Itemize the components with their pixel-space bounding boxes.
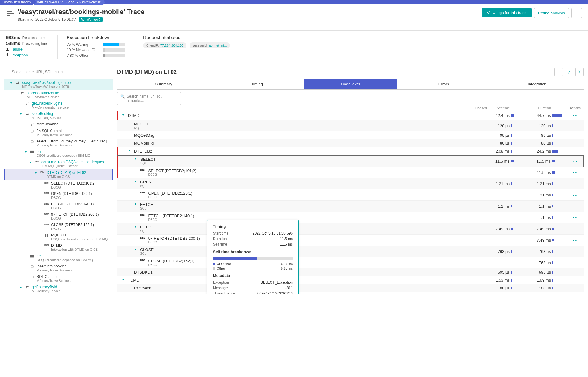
code-row-17[interactable]: CCCheck100 µs100 µs	[117, 284, 584, 292]
tree-row-2[interactable]: ⇄getEnabledPluginsMF ConfigurationServic…	[4, 100, 113, 110]
code-row-8[interactable]: DB2OPEN (DTETDB2;120;1)DBCG1.21 ms⋯	[117, 189, 584, 201]
tree-row-13[interactable]: DB29× FETCH (DTETDB2;200;1)DBCG	[4, 211, 113, 221]
code-row-4[interactable]: ▾DTETDB22.08 ms24.2 ms	[117, 147, 584, 155]
tree-row-1[interactable]: ▾⇄storeBookingMobileMF EasytravelService	[4, 90, 113, 100]
tree-subtitle: MF easyTravelBusiness	[37, 143, 111, 147]
refine-analysis-button[interactable]: Refine analysis	[534, 8, 569, 18]
view-logs-button[interactable]: View logs for this trace	[482, 8, 532, 17]
code-row-10[interactable]: DB2FETCH (DTETDB2;140;1)DBCG1.1 ms⋯	[117, 212, 584, 223]
code-row-12[interactable]: DB29× FETCH (DTETDB2;200;1)DBCG7.49 ms⋯	[117, 235, 584, 246]
tab-errors[interactable]: Errors	[397, 79, 490, 89]
tab-timing[interactable]: Timing	[210, 79, 303, 89]
tree-row-4[interactable]: ⇄store-booking	[4, 121, 113, 127]
tab-integration[interactable]: Integration	[491, 79, 584, 89]
tree-row-10[interactable]: DB2SELECT (DTETDB2;101;2)DBCG	[4, 180, 113, 190]
code-row-0[interactable]: ▾DTMD12.4 ms44.7 ms⋯	[117, 111, 584, 120]
chevron-icon[interactable]: ▾	[135, 247, 138, 251]
code-row-6[interactable]: DB2SELECT (DTETDB2;101;2)DBCG11.5 ms⋯	[117, 167, 584, 178]
popover-selftime-header: Self time breakdown	[213, 250, 293, 254]
failure-link[interactable]: Failure	[10, 47, 23, 52]
tree-row-17[interactable]: ▮▮getCSQ8.creditcardresponse on IBM MQ	[4, 253, 113, 263]
crumb-trace-id[interactable]: b4f671764a062905baa0763d7e62be08	[34, 0, 105, 5]
detail-close-button[interactable]: ✕	[575, 68, 584, 76]
code-row-7[interactable]: ▾OPENSQL1.21 ms1.21 ms	[117, 178, 584, 189]
ibm-icon: IBM	[39, 171, 45, 174]
tree-row-0[interactable]: ▾⇄/easytravel/rest/bookings-mobileMF Eas…	[4, 79, 113, 90]
row-actions-button[interactable]: ⋯	[569, 237, 581, 243]
code-row-9[interactable]: ▾FETCHSQL1.1 ms1.1 ms	[117, 201, 584, 212]
row-actions-button[interactable]: ⋯	[569, 260, 581, 266]
chevron-icon[interactable]: ▾	[30, 160, 34, 164]
code-row-2[interactable]: MQGetMsg98 µs98 µs	[117, 131, 584, 139]
detail-expand-button[interactable]: ⤢	[565, 68, 573, 76]
chevron-icon[interactable]: ▾	[15, 92, 19, 95]
tree-subtitle: MF EasyTravelWebserver:9079	[22, 85, 111, 88]
code-search-input[interactable]: 🔍Search name, url, sql, attribute,...	[117, 92, 181, 105]
tree-row-18[interactable]: ▢Insert into bookingMF easyTravelBusines…	[4, 263, 113, 273]
code-table-header: Elapsed Self time Duration Actions	[117, 105, 584, 111]
code-row-1[interactable]: MQGETMQ120 µs120 µs	[117, 120, 584, 131]
db2-icon: DB2	[44, 202, 49, 205]
chevron-icon[interactable]: ▾	[129, 149, 132, 152]
duration-bar	[552, 171, 569, 174]
tree-row-16[interactable]: IBMDTMDInteraction with DTMD on CICS	[4, 242, 113, 253]
code-row-5[interactable]: ▾SELECTSQL11.5 ms11.5 ms⋯	[117, 155, 584, 167]
chevron-icon[interactable]: ▾	[20, 112, 24, 116]
tree-row-14[interactable]: DB2CLOSE (DTETDB2;152;1)DBCG	[4, 221, 113, 232]
row-actions-button[interactable]: ⋯	[569, 113, 581, 118]
request-attributes-title: Request attributes	[143, 35, 232, 40]
tree-row-20[interactable]: ▸⇄getJourneyByIdMF JourneyService	[4, 284, 113, 294]
code-row-11[interactable]: ▾FETCHSQL7.49 ms7.49 ms	[117, 223, 584, 235]
detail-more-button[interactable]: ⋯	[554, 68, 563, 76]
self-time-bar	[511, 114, 528, 117]
tree-row-9[interactable]: ▾IBMDTMD (DTMD) on ET02DTMD on CICS	[4, 169, 113, 180]
tree-row-12[interactable]: DB2FETCH (DTETDB2;140;1)DBCG	[4, 201, 113, 211]
chevron-icon[interactable]: ▾	[122, 278, 126, 281]
row-actions-button[interactable]: ⋯	[569, 215, 581, 221]
tree-row-5[interactable]: ▢2× SQL CommitMF easyTravelBusiness	[4, 127, 113, 138]
tree-row-3[interactable]: ▾⇄storeBookingMF BookingService	[4, 110, 113, 121]
more-actions-button[interactable]: ⋯	[571, 8, 582, 18]
row-self-time: 120 µs	[487, 124, 510, 128]
crumb-distributed-traces[interactable]: Distributed traces	[0, 0, 35, 5]
row-actions-button[interactable]: ⋯	[569, 192, 581, 198]
code-row-15[interactable]: DTSDKD1695 µs695 µs	[117, 268, 584, 276]
row-title: TDMD	[128, 278, 140, 282]
chevron-icon[interactable]: ▾	[35, 171, 39, 174]
self-time-bar	[511, 250, 528, 253]
row-title: DTSDKD1	[134, 270, 153, 275]
tree-row-19[interactable]: ▢SQL CommitMF easyTravelBusiness	[4, 273, 113, 284]
row-self-time: 98 µs	[487, 133, 510, 138]
code-row-14[interactable]: DB2CLOSE (DTETDB2;152;1)DBCG763 µs⋯	[117, 257, 584, 268]
tree-row-7[interactable]: ▾▮▮putCSQ8.creditcardrequest on IBM MQ	[4, 148, 113, 159]
tab-summary[interactable]: Summary	[117, 79, 210, 89]
tab-code-level[interactable]: Code level	[304, 79, 397, 89]
code-row-13[interactable]: ▾CLOSESQL763 µs763 µs	[117, 246, 584, 257]
row-duration: 100 µs	[528, 286, 551, 290]
chevron-icon[interactable]: ▸	[20, 285, 24, 289]
chevron-icon[interactable]: ▾	[122, 113, 126, 117]
db2-icon: DB2	[140, 214, 145, 217]
meta-value[interactable]: SELECT_Exception	[260, 280, 293, 285]
tree-row-6[interactable]: ▢select ... from Journey journey0_ left …	[4, 138, 113, 148]
chip-session-id[interactable]: sessionId:apm-et-mf...	[190, 42, 230, 48]
tree-search-input[interactable]	[9, 68, 69, 76]
chevron-icon[interactable]: ▾	[135, 157, 139, 160]
chevron-icon[interactable]: ▾	[25, 150, 29, 153]
row-actions-button[interactable]: ⋯	[569, 158, 581, 164]
chip-client-ip[interactable]: ClientIP:77.214.204.160	[143, 42, 186, 48]
tree-row-8[interactable]: ▾IBMconsume from CSQ8.creditcardrequestI…	[4, 159, 113, 169]
code-row-16[interactable]: ▾TDMD1.53 ms1.69 ms	[117, 276, 584, 284]
tree-row-15[interactable]: ▮▮MQPUT1CSQ8.creditcardresponse on IBM M…	[4, 232, 113, 242]
tree-subtitle: DTMD on CICS	[47, 175, 111, 178]
code-row-3[interactable]: MQMobFlg80 µs80 µs	[117, 139, 584, 147]
whats-new-badge[interactable]: What's new?	[79, 17, 103, 22]
chevron-icon[interactable]: ▾	[135, 202, 138, 206]
chevron-icon[interactable]: ▾	[10, 81, 14, 84]
tree-subtitle: DBCG	[51, 217, 111, 220]
row-actions-button[interactable]: ⋯	[569, 170, 581, 175]
exception-link[interactable]: Exception	[10, 53, 28, 57]
chevron-icon[interactable]: ▾	[135, 180, 138, 183]
chevron-icon[interactable]: ▾	[135, 225, 138, 228]
tree-row-11[interactable]: DB2OPEN (DTETDB2;120;1)DBCG	[4, 190, 113, 201]
